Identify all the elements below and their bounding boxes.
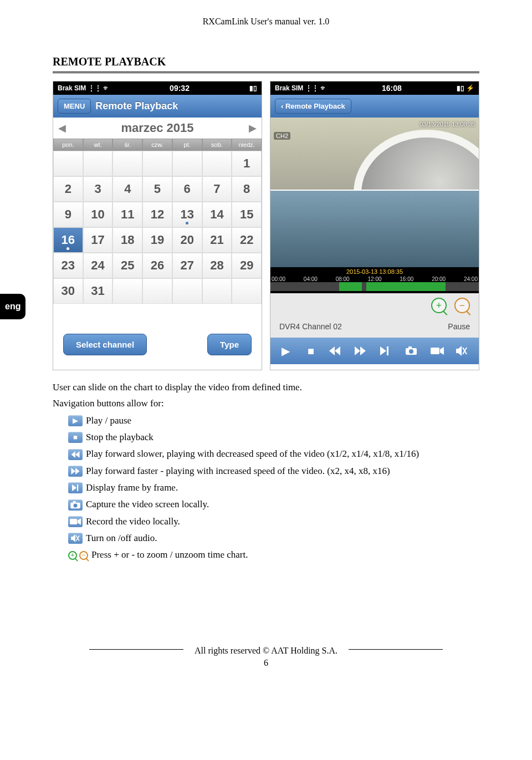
calendar-day-cell[interactable]: 22 [232,227,262,253]
play-button[interactable]: ▶ [278,344,293,358]
timeline-segment [366,282,446,291]
fast-icon [68,466,83,477]
playback-controls: ▶ ■ [270,338,479,364]
calendar-day-cell[interactable]: 16 [53,227,83,253]
svg-marker-14 [71,451,76,458]
legend-audio: Turn on /off audio. [86,531,157,545]
calendar-day-cell [172,151,202,176]
nav-title: Remote Playback [91,100,257,112]
video-frame[interactable]: 03/13/2015 13:08:35 CH2 [270,118,479,267]
svg-marker-1 [335,346,340,355]
slow-button[interactable] [329,346,344,355]
calendar-day-cell[interactable]: 21 [202,227,232,253]
status-bar: Brak SIM ⋮⋮ ᯤ 16:08 ▮▯ ⚡ [270,81,479,95]
type-button[interactable]: Type [207,334,252,355]
calendar-day-cell[interactable]: 29 [232,253,262,278]
legend-zoom: Press + or - to zoom / unzoom time chart… [91,548,248,562]
footer: All rights reserved © AAT Holding S.A. 6 [53,646,479,668]
stop-icon: ■ [68,432,83,443]
svg-marker-3 [360,346,366,355]
month-nav: ◀ marzec 2015 ▶ [53,118,262,139]
month-label: marzec 2015 [71,121,244,135]
weekday-cell: niedz. [232,139,262,151]
playback-state: Pause [448,322,470,331]
calendar-day-cell[interactable]: 25 [112,253,142,278]
calendar-day-cell[interactable]: 2 [53,176,83,202]
calendar-day-cell[interactable]: 19 [142,227,172,253]
stop-button[interactable]: ■ [303,345,319,358]
svg-marker-15 [75,451,80,458]
calendar-day-cell[interactable]: 31 [83,278,113,304]
record-icon [68,516,83,527]
status-carrier: Brak SIM ⋮⋮ ᯤ [275,84,327,92]
calendar-day-cell[interactable]: 6 [172,176,202,202]
calendar-day-cell [112,278,142,304]
legend-record: Record the video locally. [86,514,180,529]
nav-bar: MENU Remote Playback [53,95,262,118]
calendar-day-cell[interactable]: 3 [83,176,113,202]
svg-marker-18 [72,484,76,491]
calendar-day-cell[interactable]: 24 [83,253,113,278]
calendar-day-cell [202,278,232,304]
calendar-day-cell[interactable]: 27 [172,253,202,278]
nav-bar: ‹ Remote Playback [270,95,479,118]
fast-button[interactable] [354,346,370,355]
calendar-day-cell[interactable]: 11 [112,202,142,227]
calendar-buttons: Select channel Type [53,304,262,370]
calendar-day-cell[interactable]: 15 [232,202,262,227]
menu-button[interactable]: MENU [58,99,91,114]
month-next-button[interactable]: ▶ [244,122,262,134]
calendar-day-cell[interactable]: 12 [142,202,172,227]
legend-faster: Play forward faster - playing with incre… [86,464,390,478]
weekday-cell: śr. [112,139,142,151]
record-button[interactable] [431,347,446,355]
timeline-tick: 12:00 [367,276,381,282]
section-title: REMOTE PLAYBACK [53,55,479,68]
calendar-day-cell [112,151,142,176]
battery-icon: ▮▯ ⚡ [457,84,474,92]
timeline-segment [339,282,362,291]
month-prev-button[interactable]: ◀ [53,122,71,134]
calendar-day-cell[interactable]: 10 [83,202,113,227]
timeline-tick: 08:00 [336,276,350,282]
timeline-tick: 16:00 [400,276,413,282]
svg-rect-7 [408,346,412,349]
timeline-bar[interactable] [270,282,479,291]
calendar-day-cell[interactable]: 4 [112,176,142,202]
calendar-day-cell[interactable]: 18 [112,227,142,253]
calendar-day-cell[interactable]: 28 [202,253,232,278]
zoom-in-button[interactable]: + [431,298,447,313]
svg-point-22 [74,503,78,507]
select-channel-button[interactable]: Select channel [63,334,147,355]
calendar-day-cell[interactable]: 17 [83,227,113,253]
calendar-day-cell[interactable]: 1 [232,151,262,176]
video-timestamp: 03/13/2015 13:08:35 [420,121,475,127]
calendar-day-cell[interactable]: 26 [142,253,172,278]
frame-step-button[interactable] [380,346,395,355]
calendar-day-cell[interactable]: 14 [202,202,232,227]
section-rule [53,72,479,73]
timeline[interactable]: 2015-03-13 13:08:35 00:0004:0008:0012:00… [270,267,479,293]
calendar-day-cell[interactable]: 9 [53,202,83,227]
calendar-day-cell[interactable]: 5 [142,176,172,202]
zoom-out-button[interactable]: − [454,298,470,313]
back-button[interactable]: ‹ Remote Playback [275,99,351,114]
calendar-day-cell [142,151,172,176]
calendar-day-cell[interactable]: 20 [172,227,202,253]
calendar-day-cell[interactable]: 7 [202,176,232,202]
weekday-cell: wt. [83,139,113,151]
audio-button[interactable] [456,346,472,356]
calendar-day-cell[interactable]: 23 [53,253,83,278]
calendar-day-cell[interactable]: 8 [232,176,262,202]
capture-button[interactable] [405,346,421,355]
calendar-day-cell[interactable]: 30 [53,278,83,304]
video-mock-scene [270,118,479,267]
svg-marker-17 [75,468,80,475]
status-time: 16:08 [382,84,402,93]
doc-header: RXCamLink User's manual ver. 1.0 [53,0,479,33]
svg-marker-10 [440,347,444,355]
calendar-day-cell[interactable]: 13 [172,202,202,227]
play-icon: ▶ [68,415,83,426]
weekday-cell: pon. [53,139,83,151]
desc-p2: Navigation buttons allow for: [53,396,479,411]
